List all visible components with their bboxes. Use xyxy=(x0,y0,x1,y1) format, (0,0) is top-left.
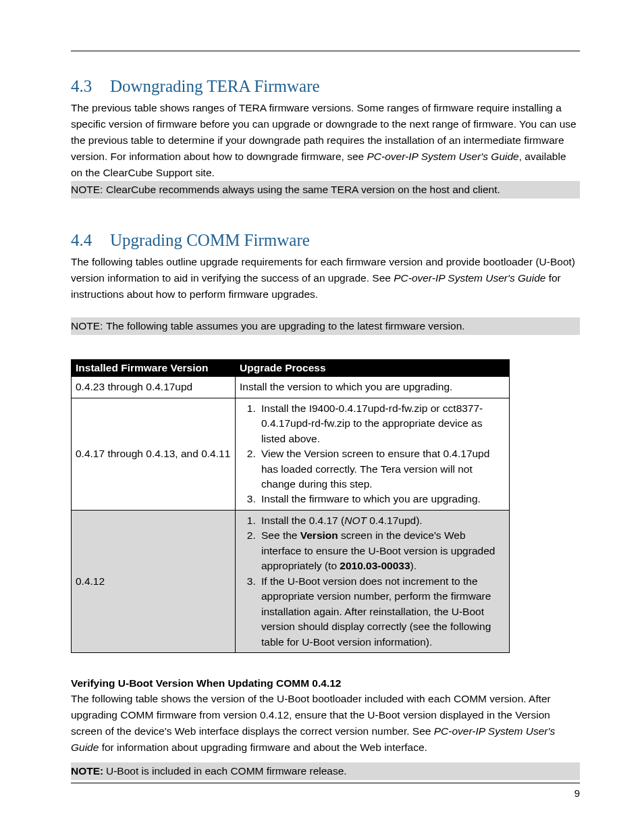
cell-r1-proc: Install the version to which you are upg… xyxy=(236,377,510,398)
r3-s1-b: 0.4.17upd). xyxy=(367,515,423,526)
heading-4-4-title: Upgrading COMM Firmware xyxy=(110,231,310,249)
para-4-3: The previous table shows ranges of TERA … xyxy=(71,100,580,181)
list-item: Install the 0.4.17 (NOT 0.4.17upd). xyxy=(259,513,505,528)
note-4-4-label: NOTE: xyxy=(71,318,106,334)
note-4-3-label: NOTE: xyxy=(71,182,106,198)
note-4-4: NOTE:The following table assumes you are… xyxy=(71,317,580,335)
table-row: 0.4.17 through 0.4.13, and 0.4.11 Instal… xyxy=(72,398,510,510)
r3-s2-b: Version xyxy=(300,529,338,541)
th-upgrade-process: Upgrade Process xyxy=(236,360,510,377)
list-item: Install the firmware to which you are up… xyxy=(259,492,505,506)
cell-r3-ver: 0.4.12 xyxy=(72,510,236,652)
table-header-row: Installed Firmware Version Upgrade Proce… xyxy=(72,360,510,377)
para-4-3-italic: PC-over-IP System User's Guide xyxy=(367,151,519,162)
note-4-4-text: The following table assumes you are upgr… xyxy=(106,320,465,332)
th-installed-version: Installed Firmware Version xyxy=(72,360,236,377)
verify-para-tail: for information about upgrading firmware… xyxy=(99,741,427,753)
heading-4-3: 4.3Downgrading TERA Firmware xyxy=(71,77,580,96)
page-number: 9 xyxy=(574,787,580,799)
heading-4-4-num: 4.4 xyxy=(71,231,110,250)
cell-r3-proc: Install the 0.4.17 (NOT 0.4.17upd). See … xyxy=(236,510,510,652)
list-item: See the Version screen in the device's W… xyxy=(259,528,505,573)
heading-4-3-title: Downgrading TERA Firmware xyxy=(110,77,320,95)
list-item: View the Version screen to ensure that 0… xyxy=(259,446,505,492)
top-rule xyxy=(71,51,580,51)
r3-s2-d: 2010.03-00033 xyxy=(340,560,410,571)
r3-s1-a: Install the 0.4.17 ( xyxy=(261,515,344,526)
verify-para: The following table shows the version of… xyxy=(71,691,580,756)
list-item: If the U-Boot version does not increment… xyxy=(259,574,505,650)
list-item: Install the I9400-0.4.17upd-rd-fw.zip or… xyxy=(259,401,505,446)
r3-s2-a: See the xyxy=(261,529,300,541)
table-row: 0.4.12 Install the 0.4.17 (NOT 0.4.17upd… xyxy=(72,510,510,652)
para-4-4-italic: PC-over-IP System User's Guide xyxy=(394,272,545,284)
r3-s1-i: NOT xyxy=(344,515,367,526)
cell-r2-proc: Install the I9400-0.4.17upd-rd-fw.zip or… xyxy=(236,398,510,510)
table-row: 0.4.23 through 0.4.17upd Install the ver… xyxy=(72,377,510,398)
upgrade-table: Installed Firmware Version Upgrade Proce… xyxy=(71,359,510,653)
note-verify-label: NOTE: xyxy=(71,763,106,779)
para-4-4: The following tables outline upgrade req… xyxy=(71,254,580,303)
cell-r2-ver: 0.4.17 through 0.4.13, and 0.4.11 xyxy=(72,398,236,510)
heading-4-3-num: 4.3 xyxy=(71,77,110,96)
r3-s2-e: ). xyxy=(410,560,417,571)
note-4-3-text: ClearCube recommends always using the sa… xyxy=(106,184,500,195)
bottom-rule xyxy=(71,783,580,783)
heading-4-4: 4.4Upgrading COMM Firmware xyxy=(71,231,580,250)
note-verify: NOTE:U-Boot is included in each COMM fir… xyxy=(71,762,580,780)
cell-r1-ver: 0.4.23 through 0.4.17upd xyxy=(72,377,236,398)
note-verify-text: U-Boot is included in each COMM firmware… xyxy=(106,765,347,777)
note-4-3: NOTE:ClearCube recommends always using t… xyxy=(71,181,580,199)
verify-heading: Verifying U-Boot Version When Updating C… xyxy=(71,677,580,689)
